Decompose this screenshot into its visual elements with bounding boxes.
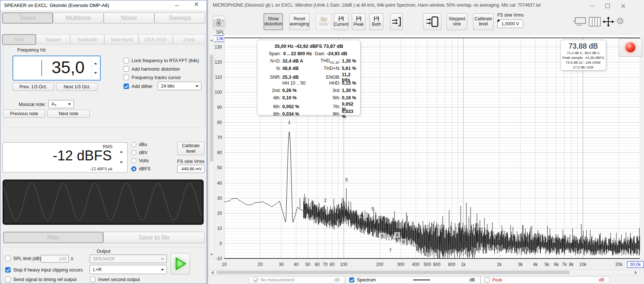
reset-averaging-button[interactable]: Reset averaging bbox=[289, 13, 310, 30]
previous-note-button[interactable]: Previous note bbox=[3, 110, 45, 118]
save-wav-button[interactable]: WAV bbox=[316, 13, 332, 30]
checkbox-icon bbox=[5, 256, 11, 261]
loopback-button[interactable] bbox=[423, 13, 441, 30]
checkbox-frequency-tracks-cursor[interactable]: Frequency tracks cursor bbox=[124, 75, 181, 80]
frequency-spinner[interactable] bbox=[92, 57, 99, 79]
checkbox-send-timing-ref[interactable]: Send signal to timing ref output bbox=[5, 277, 76, 282]
legend-spectrum[interactable]: Spectrum dB bbox=[345, 276, 480, 284]
frequency-input[interactable]: 35,0 bbox=[12, 56, 101, 81]
spl-level-panel: 73,88 dB 71,4 dB C, 38,0 dB A Peak sampl… bbox=[560, 40, 606, 71]
tab-sweeps[interactable]: Sweeps bbox=[154, 13, 205, 24]
checkbox-invert-second-output[interactable]: Invert second output bbox=[90, 277, 140, 282]
checkbox-add-harmonic-distortion[interactable]: Add harmonic distortion bbox=[124, 66, 180, 72]
generator-start-button[interactable] bbox=[171, 253, 190, 274]
maximize-button[interactable] bbox=[602, 3, 613, 9]
svg-text:4: 4 bbox=[360, 213, 362, 218]
settings-gear-icon[interactable]: ⚙ bbox=[616, 16, 624, 26]
checkbox-icon bbox=[5, 277, 11, 282]
next-note-button[interactable]: Next note bbox=[47, 110, 90, 118]
fs-sine-vrms-input[interactable]: 449,86 mV bbox=[177, 165, 204, 173]
minimize-button[interactable] bbox=[171, 3, 182, 8]
spl-limit-input[interactable]: 100 bbox=[41, 255, 69, 263]
analyzer-window-title: MICROPHONE (Głośność gł) L on EXCL: Mikr… bbox=[213, 3, 541, 8]
scroll-left-icon[interactable] bbox=[210, 271, 214, 274]
save-both-button[interactable]: Both bbox=[369, 13, 383, 30]
level-spinner[interactable] bbox=[117, 145, 126, 169]
calibrate-level-button[interactable]: Calibrate level bbox=[473, 13, 494, 30]
record-icon bbox=[626, 43, 635, 52]
radio-icon bbox=[131, 158, 136, 163]
radio-dbu[interactable]: dBu bbox=[131, 142, 147, 147]
output-device-dropdown[interactable]: SPEAKER bbox=[90, 255, 167, 263]
camera-icon bbox=[214, 18, 224, 27]
show-distortion-button[interactable]: Show distortion bbox=[264, 13, 283, 30]
record-button[interactable] bbox=[619, 38, 642, 57]
scrollbar-thumb[interactable] bbox=[217, 271, 569, 274]
plot-vertical-scrollbar[interactable] bbox=[209, 35, 214, 259]
generator-titlebar: SPEAKER on EXCL: Głośniki (Eversolo DMP-… bbox=[0, 0, 207, 11]
minimize-icon bbox=[175, 6, 179, 6]
floppy-disk-icon bbox=[356, 16, 361, 21]
readout-subheader: Span: 0 .. 22 800 Hz Gain -24,93 dB bbox=[257, 50, 360, 57]
calibration-marker-icon bbox=[498, 20, 500, 22]
readout-rows: N+D:32,4 dB ATHDH2..50:1,35 %N:48,6 dBTH… bbox=[257, 57, 360, 116]
scrollbar-thumb[interactable] bbox=[210, 55, 213, 161]
plot-horizontal-scrollbar[interactable] bbox=[208, 270, 640, 275]
calibrate-level-button[interactable]: Calibrate level bbox=[177, 142, 204, 155]
spl-limit-spinner[interactable] bbox=[69, 255, 75, 263]
scroll-right-icon[interactable] bbox=[635, 271, 639, 274]
checkbox-icon bbox=[90, 277, 96, 282]
screenshot-button[interactable] bbox=[213, 16, 225, 29]
spin-up-icon bbox=[71, 255, 74, 259]
radio-volts[interactable]: Volts bbox=[131, 158, 149, 163]
checkbox-icon bbox=[124, 75, 129, 80]
readout-header: 35,00 Hz -43,92 dBFS 73,87 dB bbox=[257, 43, 360, 50]
fs-sine-vrms-input[interactable]: 1,0000 V bbox=[497, 19, 523, 28]
close-icon bbox=[194, 2, 198, 6]
spl-main-value: 73,88 dB bbox=[561, 42, 606, 50]
scroll-up-icon[interactable] bbox=[210, 38, 213, 41]
radio-dbfs[interactable]: dBFS bbox=[131, 166, 150, 171]
prev-third-octave-button[interactable]: Prev. 1/3 Oct. bbox=[12, 83, 54, 91]
save-current-button[interactable]: Current bbox=[334, 13, 348, 30]
radio-dbv[interactable]: dBV bbox=[131, 150, 148, 155]
tab-tones[interactable]: Tones bbox=[2, 13, 53, 24]
route-signal-button[interactable] bbox=[390, 13, 402, 30]
svg-text:8: 8 bbox=[396, 232, 398, 238]
save-peak-button[interactable]: Peak bbox=[352, 13, 365, 30]
svg-text:1: 1 bbox=[288, 120, 291, 125]
pan-move-icon[interactable] bbox=[602, 17, 614, 27]
legend-no-measurement[interactable]: No measurement dB bbox=[249, 276, 345, 284]
signal-window-icon bbox=[426, 16, 439, 27]
checkbox-spl-limit[interactable]: SPL limit (dB): bbox=[5, 256, 42, 261]
legend-peak[interactable]: Peak dB bbox=[480, 276, 610, 284]
spl-detail-2: Peak sample: -41,55 dBFS bbox=[561, 55, 606, 60]
checkbox-stop-clipping[interactable]: Stop if heavy input clipping occurs bbox=[5, 267, 83, 273]
save-to-file-button[interactable]: Save to file bbox=[103, 232, 205, 243]
next-third-octave-button[interactable]: Next 1/3 Oct. bbox=[56, 83, 98, 91]
close-button[interactable] bbox=[191, 1, 202, 7]
checkbox-add-dither[interactable]: Add dither bbox=[124, 84, 153, 89]
level-peak-value: -12 dBFS pk bbox=[90, 167, 112, 171]
tab-multitone[interactable]: Multitone bbox=[53, 13, 104, 24]
play-button[interactable]: Play bbox=[3, 232, 103, 243]
x-axis-max-box[interactable]: 30,0k bbox=[627, 261, 644, 268]
minimize-button[interactable] bbox=[587, 3, 598, 9]
checkbox-lock-frequency[interactable]: Lock frequency to RTA FFT (64k) bbox=[124, 58, 199, 63]
tab-noise[interactable]: Noise bbox=[104, 13, 154, 24]
level-display[interactable]: RMS -12 dBFS -12 dBFS pk bbox=[3, 142, 128, 173]
svg-text:5: 5 bbox=[372, 206, 374, 212]
play-icon bbox=[174, 256, 187, 271]
dither-bits-dropdown[interactable]: 24 bits bbox=[158, 82, 201, 90]
split-columns-icon[interactable] bbox=[589, 17, 601, 26]
stepped-sine-button[interactable]: Stepped sine bbox=[447, 13, 467, 30]
musical-note-dropdown[interactable]: A₄ bbox=[48, 100, 74, 108]
fs-sine-vrms-label: FS sine Vrms bbox=[497, 13, 523, 18]
close-button[interactable] bbox=[618, 3, 629, 9]
spin-up-icon bbox=[94, 61, 97, 64]
display-layout-icon[interactable] bbox=[573, 17, 586, 26]
checkbox-icon bbox=[124, 58, 129, 63]
frequency-label: Frequency Hz bbox=[17, 47, 46, 53]
output-channels-dropdown[interactable]: L+R bbox=[90, 265, 167, 274]
scroll-down-icon[interactable] bbox=[210, 254, 213, 257]
